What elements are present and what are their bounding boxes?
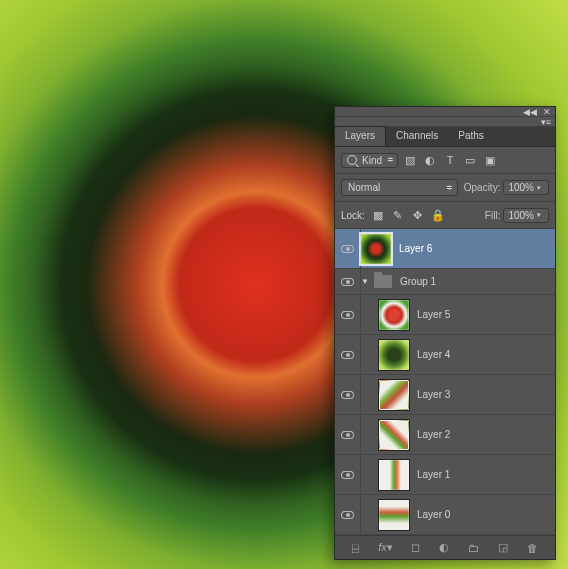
filter-kind-label: Kind [362, 155, 382, 166]
layer-name[interactable]: Group 1 [400, 276, 555, 287]
eye-icon [341, 311, 354, 319]
visibility-toggle[interactable] [335, 495, 361, 534]
lock-row: Lock: ▩ ✎ ✥ 🔒 Fill: 100% ▾ [335, 202, 555, 229]
visibility-toggle[interactable] [335, 375, 361, 414]
chevron-down-icon: ≑ [446, 185, 451, 191]
opacity-value: 100% [508, 182, 534, 193]
layer-row[interactable]: Layer 5 [335, 295, 555, 335]
panel-header: ◀◀ ✕ [335, 107, 555, 117]
fill-block: Fill: 100% ▾ [485, 208, 549, 223]
blend-mode-select[interactable]: Normal ≑ [341, 179, 458, 196]
visibility-toggle[interactable] [335, 415, 361, 454]
lock-image-icon[interactable]: ✎ [390, 207, 406, 223]
filter-kind-select[interactable]: Kind ≑ [341, 153, 398, 168]
layer-row[interactable]: Layer 2 [335, 415, 555, 455]
eye-icon [341, 471, 354, 479]
filter-shape-icon[interactable]: ▭ [462, 152, 478, 168]
tab-layers[interactable]: Layers [335, 126, 386, 146]
layer-name[interactable]: Layer 2 [417, 429, 555, 440]
layer-filter-row: Kind ≑ ▧ ◐ T ▭ ▣ [335, 147, 555, 174]
layer-thumbnail[interactable] [361, 234, 391, 264]
layer-thumbnail[interactable] [379, 500, 409, 530]
opacity-label: Opacity: [464, 182, 501, 193]
layer-row[interactable]: Layer 0 [335, 495, 555, 535]
filter-adjust-icon[interactable]: ◐ [422, 152, 438, 168]
collapse-icon[interactable]: ◀◀ [523, 107, 537, 117]
layer-thumbnail[interactable] [379, 420, 409, 450]
close-icon[interactable]: ✕ [543, 107, 551, 117]
lock-label: Lock: [341, 210, 365, 221]
layer-row[interactable]: Layer 4 [335, 335, 555, 375]
opacity-input[interactable]: 100% ▾ [503, 180, 549, 195]
blend-mode-value: Normal [348, 182, 380, 193]
eye-icon [341, 351, 354, 359]
filter-pixel-icon[interactable]: ▧ [402, 152, 418, 168]
layer-name[interactable]: Layer 1 [417, 469, 555, 480]
layer-row[interactable]: Layer 1 [335, 455, 555, 495]
layer-style-icon[interactable]: fx▾ [378, 541, 393, 554]
layer-name[interactable]: Layer 5 [417, 309, 555, 320]
lock-icons: ▩ ✎ ✥ 🔒 [370, 207, 446, 223]
lock-all-icon[interactable]: 🔒 [430, 207, 446, 223]
layer-thumbnail[interactable] [379, 380, 409, 410]
lock-transparency-icon[interactable]: ▩ [370, 207, 386, 223]
adjustment-layer-icon[interactable]: ◐ [439, 541, 449, 554]
fill-label: Fill: [485, 210, 501, 221]
tab-paths[interactable]: Paths [448, 127, 494, 146]
fill-value: 100% [508, 210, 534, 221]
visibility-toggle[interactable] [335, 335, 361, 374]
filter-type-icon[interactable]: T [442, 152, 458, 168]
visibility-toggle[interactable] [335, 229, 361, 268]
filter-smart-icon[interactable]: ▣ [482, 152, 498, 168]
chevron-down-icon: ≑ [387, 157, 392, 163]
layer-thumbnail[interactable] [379, 300, 409, 330]
eye-icon [341, 391, 354, 399]
panel-menu-icon[interactable]: ▾≡ [541, 117, 551, 127]
fill-input[interactable]: 100% ▾ [503, 208, 549, 223]
opacity-block: Opacity: 100% ▾ [464, 180, 549, 195]
layer-name[interactable]: Layer 4 [417, 349, 555, 360]
visibility-toggle[interactable] [335, 269, 361, 294]
layers-list: Layer 6▼Group 1Layer 5Layer 4Layer 3Laye… [335, 229, 555, 535]
visibility-toggle[interactable] [335, 455, 361, 494]
visibility-toggle[interactable] [335, 295, 361, 334]
new-layer-icon[interactable]: ◲ [498, 541, 508, 554]
folder-icon [374, 275, 392, 288]
chevron-down-icon: ▾ [537, 184, 544, 192]
layer-group-row[interactable]: ▼Group 1 [335, 269, 555, 295]
lock-position-icon[interactable]: ✥ [410, 207, 426, 223]
link-layers-icon[interactable]: ⌸ [352, 542, 359, 554]
layer-row[interactable]: Layer 3 [335, 375, 555, 415]
panel-footer: ⌸ fx▾ ◻ ◐ 🗀 ◲ 🗑 [335, 535, 555, 559]
layers-panel: ◀◀ ✕ ▾≡ Layers Channels Paths Kind ≑ ▧ ◐… [334, 106, 556, 560]
layer-mask-icon[interactable]: ◻ [411, 541, 420, 554]
layer-name[interactable]: Layer 0 [417, 509, 555, 520]
eye-icon [341, 431, 354, 439]
layer-thumbnail[interactable] [379, 340, 409, 370]
new-group-icon[interactable]: 🗀 [468, 542, 479, 554]
search-icon [347, 155, 357, 165]
layer-row[interactable]: Layer 6 [335, 229, 555, 269]
eye-icon [341, 245, 354, 253]
layer-name[interactable]: Layer 3 [417, 389, 555, 400]
layer-name[interactable]: Layer 6 [399, 243, 555, 254]
eye-icon [341, 278, 354, 286]
delete-layer-icon[interactable]: 🗑 [527, 542, 538, 554]
chevron-down-icon: ▾ [537, 211, 544, 219]
disclosure-triangle-icon[interactable]: ▼ [361, 277, 371, 286]
blend-row: Normal ≑ Opacity: 100% ▾ [335, 174, 555, 202]
tab-channels[interactable]: Channels [386, 127, 448, 146]
eye-icon [341, 511, 354, 519]
layer-thumbnail[interactable] [379, 460, 409, 490]
panel-tabs: Layers Channels Paths [335, 127, 555, 147]
